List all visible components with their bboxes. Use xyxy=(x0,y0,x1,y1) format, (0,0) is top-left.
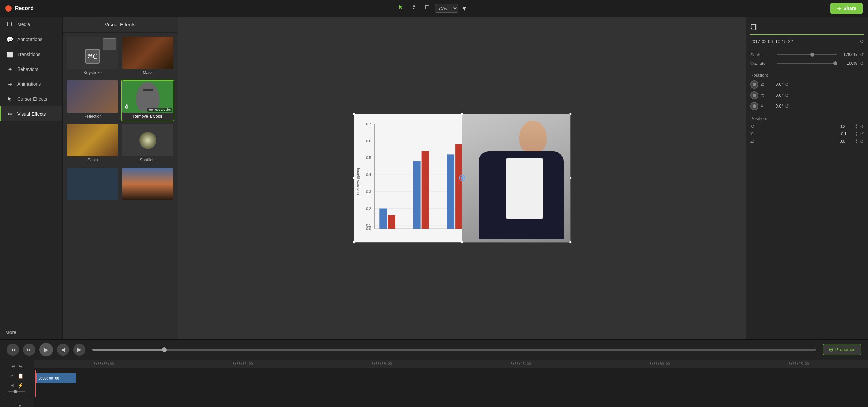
hand-tool[interactable] xyxy=(409,3,419,14)
timeline: ↩ ↪ ✂ 📋 ⊞ ⚡ − + + ▼ 🔇 0:00:00;00 xyxy=(0,360,868,407)
cut-button[interactable]: ✂ xyxy=(9,372,15,380)
handle-tm[interactable] xyxy=(461,113,463,115)
pos-x-label: X: xyxy=(750,124,777,129)
sidebar-label-transitions: Transitions xyxy=(17,52,40,57)
pos-y-reset[interactable]: ↺ xyxy=(860,131,864,137)
props-reset-button[interactable]: ↺ xyxy=(860,38,864,45)
copy-button[interactable]: 📋 xyxy=(17,372,24,380)
handle-tl[interactable] xyxy=(353,113,355,115)
handle-bm[interactable] xyxy=(461,241,463,244)
redo-button[interactable]: ↪ xyxy=(18,363,24,370)
svg-text:0.6: 0.6 xyxy=(366,139,371,143)
rotation-x-dial[interactable] xyxy=(750,102,758,110)
timeline-track[interactable] xyxy=(92,349,816,351)
opacity-reset[interactable]: ↺ xyxy=(860,61,864,66)
properties-panel: 🎞 2017-02-06_10-15-22 ↺ Scale: 178.6% ↺ … xyxy=(746,17,868,339)
sidebar-label-visual-effects: Visual Effects xyxy=(17,111,46,117)
zoom-in-btn[interactable]: + xyxy=(27,391,32,399)
film-tab: 🎞 xyxy=(750,21,864,35)
play-button[interactable]: ▶ xyxy=(39,343,53,356)
person-shirt xyxy=(506,158,543,219)
behaviors-icon: ✦ xyxy=(6,66,13,73)
pos-x-reset[interactable]: ↺ xyxy=(860,124,864,129)
sepia-bg xyxy=(67,124,118,156)
svg-rect-27 xyxy=(455,144,463,229)
tl-edit-row: ✂ 📋 xyxy=(9,372,24,380)
zoom-dropdown[interactable]: ▾ xyxy=(461,3,468,14)
reflection-thumb xyxy=(67,80,118,113)
add-track-button[interactable]: + xyxy=(10,402,15,407)
center-handle[interactable] xyxy=(459,175,465,181)
rotation-y-dial[interactable] xyxy=(750,91,758,99)
filename-label: 2017-02-06_10-15-22 xyxy=(750,39,793,44)
handle-br[interactable] xyxy=(569,241,572,244)
more1-bg xyxy=(67,168,118,200)
svg-rect-25 xyxy=(421,151,429,229)
effect-more2[interactable] xyxy=(121,167,175,209)
more-label: More xyxy=(5,330,16,335)
crop-tool[interactable] xyxy=(422,3,432,14)
sidebar-item-annotations[interactable]: 💬 Annotations xyxy=(0,32,62,47)
scale-reset[interactable]: ↺ xyxy=(860,52,864,57)
timeline-zoom-slider[interactable] xyxy=(8,391,25,392)
scale-slider[interactable] xyxy=(777,54,837,55)
ruler-mark-2: 0:00:30;00 xyxy=(312,360,451,368)
pos-z-dn[interactable]: ▼ xyxy=(855,141,858,144)
zoom-select[interactable]: 75% 50% 100% 125% xyxy=(435,4,458,13)
x-axis-label: X: xyxy=(761,104,767,109)
spotlight-bg xyxy=(122,124,173,156)
sidebar-item-media[interactable]: 🎞 Media xyxy=(0,17,62,32)
effect-spotlight[interactable]: Spotlight xyxy=(121,123,175,165)
pointer-tool[interactable] xyxy=(396,3,407,14)
rotation-z-dial[interactable] xyxy=(750,80,758,89)
zoom-thumb[interactable] xyxy=(14,390,17,393)
keystroke-bg: ⌘C xyxy=(67,37,118,69)
timeline-main: 0:00:00;00 0:00:15;00 0:00:30;00 0:00:45… xyxy=(34,360,868,407)
pos-z-reset[interactable]: ↺ xyxy=(860,139,864,144)
pos-x-dn[interactable]: ▼ xyxy=(855,127,858,129)
opacity-slider[interactable] xyxy=(777,63,837,64)
effect-keystroke[interactable]: ⌘C Keystroke xyxy=(66,36,119,78)
video-clip[interactable]: 0:00:00;00 xyxy=(35,373,76,383)
rotation-x-reset[interactable]: ↺ xyxy=(785,103,789,109)
remove-color-tag: Remove a Color xyxy=(147,108,172,112)
prev-frame-button[interactable]: ◀ xyxy=(57,344,69,356)
sidebar-item-cursor-effects[interactable]: Cursor Effects xyxy=(0,92,62,106)
rotation-y-reset[interactable]: ↺ xyxy=(785,93,789,98)
more-button[interactable]: More xyxy=(0,326,62,339)
next-frame-button[interactable]: ▶ xyxy=(73,344,85,356)
sidebar-item-behaviors[interactable]: ✦ Behaviors xyxy=(0,62,62,77)
tracks-button[interactable]: ⊞ xyxy=(9,382,15,389)
handle-tr[interactable] xyxy=(569,113,572,115)
collapse-button[interactable]: ▼ xyxy=(17,402,23,407)
pos-y-dn[interactable]: ▼ xyxy=(855,134,858,137)
sidebar-item-animations[interactable]: ➜ Animations xyxy=(0,77,62,92)
tl-zoom-row: − + xyxy=(2,391,31,399)
reflection-bg xyxy=(67,80,118,113)
undo-button[interactable]: ↩ xyxy=(10,363,16,370)
frame-step-button[interactable]: ⏭ xyxy=(23,344,35,356)
rotation-z-reset[interactable]: ↺ xyxy=(785,82,789,87)
playhead[interactable] xyxy=(35,370,36,397)
sidebar-item-transitions[interactable]: ⬜ Transitions xyxy=(0,47,62,62)
handle-bl[interactable] xyxy=(353,241,355,244)
share-button[interactable]: Share xyxy=(830,3,863,14)
handle-ml[interactable] xyxy=(353,177,355,179)
timeline-thumb[interactable] xyxy=(162,347,167,352)
split-button[interactable]: ⚡ xyxy=(17,382,24,389)
sidebar-item-visual-effects[interactable]: ✏ Visual Effects xyxy=(0,106,62,121)
effect-sepia[interactable]: Sepia xyxy=(66,123,119,165)
effect-remove-color[interactable]: Remove a Color Remove a Color xyxy=(121,80,175,121)
effect-more1[interactable] xyxy=(66,167,119,209)
properties-btn-label: Properties xyxy=(835,347,855,352)
zoom-out-btn[interactable]: − xyxy=(2,391,7,399)
effect-reflection[interactable]: Reflection xyxy=(66,80,119,121)
svg-rect-22 xyxy=(379,209,387,229)
handle-mr[interactable] xyxy=(569,177,572,179)
effect-mask[interactable]: Mask xyxy=(121,36,175,78)
sidebar-label-annotations: Annotations xyxy=(17,37,42,42)
step-back-button[interactable]: ⏮ xyxy=(7,344,19,356)
properties-toggle-button[interactable]: Properties xyxy=(823,344,861,355)
ruler-mark-1: 0:00:15;00 xyxy=(173,360,312,368)
more1-thumb xyxy=(67,168,118,200)
